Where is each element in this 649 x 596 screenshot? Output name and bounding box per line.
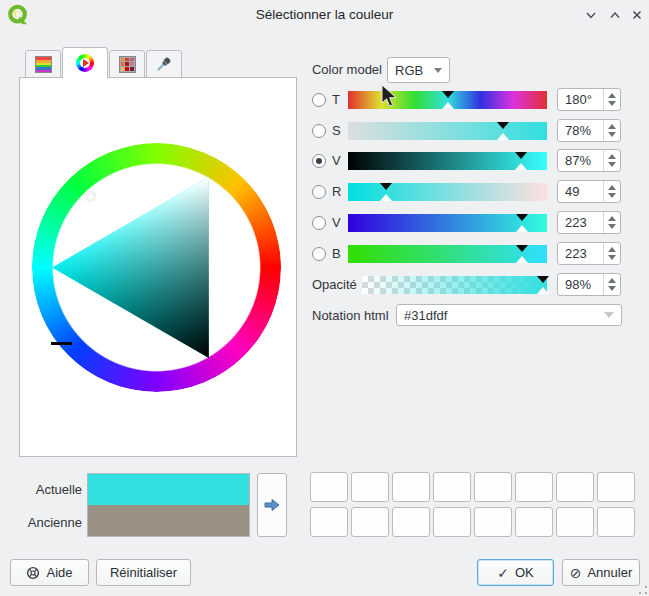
previous-color-swatch [88, 505, 249, 536]
help-button[interactable]: Aide [10, 559, 89, 586]
tab-color-ramp[interactable] [25, 50, 61, 78]
resize-grip[interactable] [639, 586, 647, 594]
cancel-button[interactable]: ⊘ Annuler [562, 559, 640, 586]
help-button-label: Aide [46, 565, 72, 580]
saturation-value: 78% [558, 120, 603, 141]
current-color-label: Actuelle [4, 482, 82, 497]
color-swatches-icon [119, 56, 136, 73]
sv-triangle[interactable] [32, 143, 281, 392]
notation-html-label: Notation html [312, 308, 389, 323]
value-label: V [332, 153, 341, 168]
saturation-slider[interactable] [348, 122, 547, 140]
ok-button-label: OK [515, 565, 534, 580]
swatch-cell[interactable] [310, 507, 348, 537]
spinner-arrows-icon[interactable] [603, 89, 620, 110]
swatch-cell[interactable] [392, 472, 430, 502]
value-value: 87% [558, 150, 603, 171]
swatch-cell[interactable] [556, 507, 594, 537]
spinner-arrows-icon[interactable] [603, 274, 620, 295]
maximize-window-icon[interactable] [607, 7, 623, 23]
swatch-cell[interactable] [351, 472, 389, 502]
swatch-cell[interactable] [474, 507, 512, 537]
color-wheel-panel [19, 77, 297, 457]
value-spinbox[interactable]: 87% [557, 149, 621, 172]
reset-button-label: Réinitialiser [110, 565, 177, 580]
check-icon: ✓ [497, 565, 509, 581]
green-row: V 223 [310, 211, 640, 235]
green-spinbox[interactable]: 223 [557, 211, 621, 234]
spinner-arrows-icon[interactable] [603, 120, 620, 141]
color-model-select[interactable]: RGB [387, 57, 450, 83]
hue-ring-marker [51, 342, 72, 345]
color-ramp-icon [35, 56, 52, 73]
color-wheel-icon [76, 54, 94, 72]
chevron-down-icon [604, 312, 614, 318]
color-model-value: RGB [395, 63, 434, 78]
swatch-cell[interactable] [515, 472, 553, 502]
red-spinbox[interactable]: 49 [557, 180, 621, 203]
saturation-radio[interactable] [312, 124, 326, 138]
notation-html-input[interactable]: #31dfdf [396, 304, 622, 326]
opacity-value: 98% [558, 274, 603, 295]
opacity-row: Opacité 98% [310, 273, 640, 297]
hue-value: 180° [558, 89, 603, 110]
green-label: V [332, 215, 341, 230]
spinner-arrows-icon[interactable] [603, 243, 620, 264]
swatch-grid [310, 472, 635, 537]
swatch-cell[interactable] [474, 472, 512, 502]
saturation-row: S 78% [310, 119, 640, 143]
swatch-cell[interactable] [351, 507, 389, 537]
cancel-button-label: Annuler [587, 565, 632, 580]
shade-window-icon[interactable] [583, 7, 599, 23]
swatch-cell[interactable] [433, 472, 471, 502]
swatch-cell[interactable] [310, 472, 348, 502]
notation-html-value: #31dfdf [404, 308, 604, 323]
swatch-cell[interactable] [392, 507, 430, 537]
red-slider[interactable] [348, 183, 547, 201]
reset-button[interactable]: Réinitialiser [96, 559, 191, 586]
red-radio[interactable] [312, 185, 326, 199]
value-slider[interactable] [348, 152, 547, 170]
swatch-cell[interactable] [597, 507, 635, 537]
ok-button[interactable]: ✓ OK [477, 559, 554, 586]
tab-color-swatches[interactable] [109, 50, 145, 78]
saturation-label: S [332, 123, 341, 138]
blue-radio[interactable] [312, 247, 326, 261]
opacity-spinbox[interactable]: 98% [557, 273, 621, 296]
window-title: Sélectionner la couleur [0, 7, 649, 22]
color-select-dialog: Sélectionner la couleur [0, 0, 649, 596]
color-compare-swatch [87, 473, 250, 537]
close-window-icon[interactable] [629, 7, 645, 23]
value-radio[interactable] [312, 154, 326, 168]
hue-slider[interactable] [348, 91, 547, 109]
saturation-spinbox[interactable]: 78% [557, 119, 621, 142]
swatch-grid-row [310, 507, 635, 537]
spinner-arrows-icon[interactable] [603, 181, 620, 202]
titlebar[interactable]: Sélectionner la couleur [0, 0, 649, 30]
cancel-icon: ⊘ [570, 565, 582, 581]
sv-selection-marker[interactable] [86, 192, 95, 201]
color-model-label: Color model [310, 62, 382, 77]
blue-spinbox[interactable]: 223 [557, 242, 621, 265]
green-radio[interactable] [312, 216, 326, 230]
green-slider[interactable] [348, 214, 547, 232]
blue-slider[interactable] [348, 245, 547, 263]
blue-label: B [332, 246, 341, 261]
red-value: 49 [558, 181, 603, 202]
blue-value: 223 [558, 243, 603, 264]
add-to-swatches-button[interactable] [257, 473, 287, 537]
opacity-label: Opacité [312, 277, 357, 292]
tab-color-picker[interactable] [146, 50, 182, 78]
hue-radio[interactable] [312, 93, 326, 107]
tab-color-wheel[interactable] [62, 47, 108, 79]
opacity-slider[interactable] [362, 276, 547, 294]
swatch-cell[interactable] [515, 507, 553, 537]
spinner-arrows-icon[interactable] [603, 212, 620, 233]
spinner-arrows-icon[interactable] [603, 150, 620, 171]
swatch-cell[interactable] [433, 507, 471, 537]
value-row: V 87% [310, 149, 640, 173]
swatch-cell[interactable] [556, 472, 594, 502]
swatch-cell[interactable] [597, 472, 635, 502]
hue-spinbox[interactable]: 180° [557, 88, 621, 111]
previous-color-label: Ancienne [4, 515, 82, 530]
